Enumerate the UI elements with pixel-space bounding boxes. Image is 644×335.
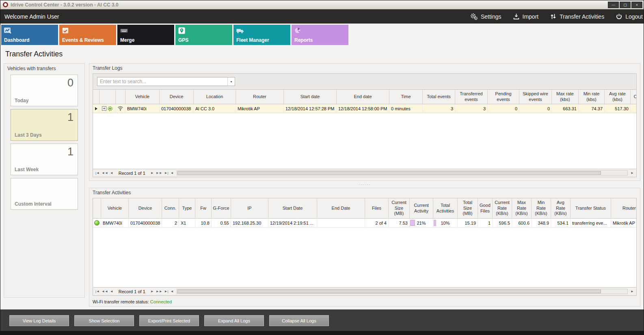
column-header-transferred-events[interactable]: Transferred events (455, 90, 488, 104)
pager-last-button[interactable]: ►| (164, 171, 169, 175)
top-action-import[interactable]: Import (513, 13, 539, 20)
table-cell: 21% (410, 219, 433, 228)
column-header-end-date[interactable]: End date (337, 90, 389, 104)
nav-tile-dashboard[interactable]: Dashboard (1, 25, 58, 45)
column-header-avg-rate-kbs[interactable]: Avg rate (kbs) (605, 90, 631, 104)
pager-record-text: Record 1 of 1 (119, 289, 145, 294)
row-lead-status[interactable] (93, 219, 101, 228)
pager-next-page-button[interactable]: ►► (156, 171, 162, 175)
column-header-start-date[interactable]: Start date (284, 90, 337, 104)
column-header-pending-events[interactable]: Pending events (488, 90, 519, 104)
panel-splitter[interactable]: ······ (89, 182, 640, 187)
column-header-time[interactable]: Time (389, 90, 423, 104)
column-header-type[interactable]: Type (179, 198, 195, 219)
row-lead-wifi[interactable] (116, 104, 125, 113)
maximize-button[interactable]: ▢ (620, 2, 631, 8)
horizontal-scrollbar[interactable] (177, 170, 628, 176)
search-combo[interactable]: ▼ (97, 77, 235, 86)
nav-tile-merge[interactable]: Merge (117, 25, 174, 45)
column-header-start-date[interactable]: Start Date (268, 198, 317, 219)
pager-first-button[interactable]: |◄ (95, 171, 99, 175)
column-header-good-files[interactable]: Good Files (478, 198, 493, 219)
row-lead-row-icons[interactable]: + (99, 104, 116, 113)
column-header-device[interactable]: Device (160, 90, 194, 104)
transfer-logs-grid-box: ▼ VehicleDeviceLocationRouterStart dateE… (93, 73, 637, 177)
pager-next-page-button[interactable]: ►► (156, 290, 162, 293)
scrollbar-thumb[interactable] (177, 171, 601, 175)
top-action-transfer-activities[interactable]: Transfer Activities (550, 13, 604, 20)
export-print-selected-button[interactable]: Export/Print Selected (139, 315, 199, 326)
column-header-min-rate-kbs[interactable]: Min rate (kbs) (579, 90, 605, 104)
column-header-files[interactable]: Files (365, 198, 389, 219)
column-header-min-rate-kb-s[interactable]: Min Rate (KB/s) (532, 198, 551, 219)
nav-tile-reports[interactable]: Reports (292, 25, 348, 45)
column-header-total-size-mb[interactable]: Total Size (MB) (458, 198, 478, 219)
search-input[interactable] (97, 79, 227, 84)
search-dropdown-button[interactable]: ▼ (227, 77, 235, 86)
minimize-button[interactable]: — (608, 2, 619, 8)
scrollbar-thumb[interactable] (177, 290, 601, 293)
hscroll-right-arrow-icon[interactable]: ► (631, 171, 634, 175)
column-header-total-events[interactable]: Total events (423, 90, 455, 104)
interval-card-custom-interval[interactable]: Custom Interval (11, 178, 78, 210)
top-action-settings[interactable]: Settings (470, 13, 501, 21)
column-header-router[interactable]: Router (611, 198, 636, 219)
expand-plus-icon[interactable]: + (102, 106, 106, 111)
pager-prev-button[interactable]: ◄ (110, 290, 113, 293)
table-row[interactable]: BMW740i0170400000382X110.80.55192.168.25… (93, 219, 636, 228)
column-header-location[interactable]: Location (194, 90, 236, 104)
column-header-row-icons[interactable] (99, 90, 116, 104)
pager-next-button[interactable]: ► (151, 171, 154, 175)
column-header-vehicle[interactable]: Vehicle (101, 198, 129, 219)
view-log-details-button[interactable]: View Log Details (9, 315, 69, 326)
pager-first-button[interactable]: |◄ (95, 290, 99, 293)
column-header-vehicle[interactable]: Vehicle (125, 90, 160, 104)
column-header-max-rate-kb-s[interactable]: Max Rate (KB/s) (512, 198, 532, 219)
column-header-router[interactable]: Router (236, 90, 284, 104)
pager-last-button[interactable]: ►| (164, 290, 169, 293)
column-header-wifi[interactable] (116, 90, 125, 104)
hscroll-left-arrow-icon[interactable]: ◄ (171, 290, 174, 293)
column-header-current-rate-kb-s[interactable]: Current Rate (KB/s) (493, 198, 512, 219)
column-header-total-activities[interactable]: Total Activities (433, 198, 458, 219)
row-lead-row-indicator[interactable] (93, 104, 99, 113)
show-selection-button[interactable]: Show Selection (74, 315, 134, 326)
interval-card-today[interactable]: 0Today (11, 75, 78, 106)
column-header-max-rate-kbs[interactable]: Max rate (kbs) (552, 90, 579, 104)
pager-prev-button[interactable]: ◄ (110, 171, 113, 175)
hscroll-left-arrow-icon[interactable]: ◄ (171, 171, 174, 175)
column-header-ip[interactable]: IP (231, 198, 268, 219)
interval-card-last-3-days[interactable]: 1Last 3 Days (11, 109, 78, 141)
column-header-fw[interactable]: Fw (195, 198, 212, 219)
nav-tile-gps[interactable]: GPS (175, 25, 232, 45)
column-header-device[interactable]: Device (129, 198, 162, 219)
nav-tile-fleet-manager[interactable]: Fleet Manager (233, 25, 290, 45)
column-header-end-date[interactable]: End Date (317, 198, 365, 219)
nav-tile-events-reviews[interactable]: Events & Reviews (59, 25, 116, 45)
top-action-logout[interactable]: Logout (616, 13, 643, 20)
pager-prev-page-button[interactable]: ◄◄ (102, 290, 108, 293)
column-header-transfer-status[interactable]: Transfer Status (571, 198, 611, 219)
column-header-conn[interactable]: Conn. (162, 198, 179, 219)
titlebar[interactable]: Idrive Control Center - 3.0.2 version - … (0, 0, 644, 9)
collapse-all-logs-button[interactable]: Collapse All Logs (269, 315, 329, 326)
settings-gears-icon (470, 13, 478, 21)
expand-all-logs-button[interactable]: Expand All Logs (204, 315, 264, 326)
table-cell: X1 (179, 219, 195, 228)
interval-card-last-week[interactable]: 1Last Week (11, 144, 78, 175)
table-row[interactable]: +BMW740i017040000038Al CC 3.0Mikrotik AP… (93, 104, 636, 113)
close-button[interactable]: × (631, 2, 642, 8)
column-header-status[interactable] (93, 198, 101, 219)
column-header-skipped-wire-events[interactable]: Skipped wire events (519, 90, 552, 104)
pager-prev-page-button[interactable]: ◄◄ (102, 171, 108, 175)
wifi-status-value: Connected (150, 299, 172, 304)
column-header-conn[interactable]: Conn. (631, 90, 636, 104)
column-header-current-activity[interactable]: Current Activity (410, 198, 433, 219)
column-header-avg-rate-kb-s[interactable]: Avg Rate (KB/s) (551, 198, 571, 219)
column-header-row-indicator[interactable] (93, 90, 99, 104)
pager-next-button[interactable]: ► (151, 290, 154, 293)
column-header-g-force[interactable]: G-Force (212, 198, 231, 219)
column-header-current-size-mb[interactable]: Current Size (MB) (389, 198, 410, 219)
horizontal-scrollbar[interactable] (177, 289, 628, 294)
hscroll-right-arrow-icon[interactable]: ► (631, 290, 634, 293)
